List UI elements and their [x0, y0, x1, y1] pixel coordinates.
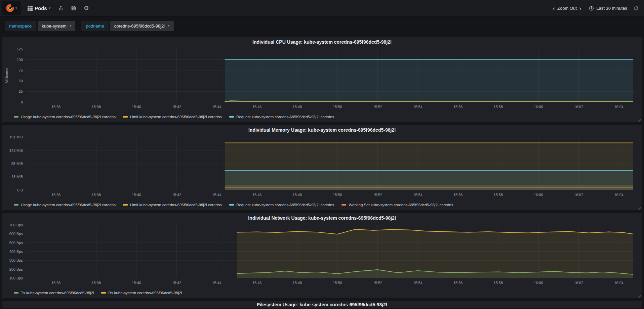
time-range-picker[interactable]: Last 30 minutes [589, 6, 627, 11]
x-tick-label: 15:42 [172, 281, 182, 285]
y-axis-title: Millicores [5, 68, 9, 83]
x-tick-label: 16:02 [574, 105, 583, 109]
legend-label: Limit kube-system coredns-695f96dcd5-98j… [130, 203, 222, 207]
settings-button[interactable]: ⚙ [81, 3, 92, 13]
x-tick-label: 16:04 [614, 105, 623, 109]
y-tick-label: 0 B [17, 188, 23, 192]
network-legend: Tx kube-system coredns-695f96dcd5-98j2lR… [4, 290, 640, 296]
variable-select-podname[interactable]: coredns-695f96dcd5-98j2l ▾ [110, 21, 174, 31]
x-tick-label: 15:44 [212, 105, 222, 109]
series-area [225, 60, 633, 102]
grafana-logo-icon [6, 4, 14, 12]
network-chart[interactable]: 100 Bps200 Bps300 Bps400 Bps500 Bps600 B… [4, 222, 640, 290]
legend-item[interactable]: Working Set kube-system coredns-695f96dc… [341, 203, 453, 207]
x-tick-label: 15:54 [413, 281, 422, 285]
panel-memory-usage: Individual Memory Usage: kube-system cor… [2, 125, 642, 210]
x-tick-label: 15:50 [333, 105, 342, 109]
dashboards-grid-icon [28, 6, 33, 11]
variable-label-podname: podname [81, 21, 108, 31]
panel-title[interactable]: Individual Memory Usage: kube-system cor… [4, 126, 640, 134]
legend-item[interactable]: Usage kube-system coredns-695f96dcd5-98j… [14, 115, 116, 119]
legend-label: Limit kube-system coredns-695f96dcd5-98j… [130, 115, 222, 119]
variable-label-namespace: namespace [5, 21, 36, 31]
panel-cpu-usage: Individual CPU Usage: kube-system coredn… [2, 37, 642, 122]
x-tick-label: 15:54 [413, 105, 422, 109]
x-tick-label: 16:04 [614, 281, 623, 285]
legend-item[interactable]: Rx kube-system coredns-695f96dcd5-98j2l [101, 291, 182, 295]
dashboard-picker[interactable]: Pods ▾ [24, 3, 54, 13]
navbar-left: ▾ Pods ▾ ⚙ [2, 1, 92, 15]
x-tick-label: 15:44 [212, 281, 222, 285]
cpu-chart[interactable]: 025507510012515:3615:3815:4015:4215:4415… [4, 46, 640, 114]
x-tick-label: 15:44 [212, 193, 222, 197]
chevron-right-icon: › [579, 5, 581, 11]
chart-plot[interactable]: 025507510012515:3615:3815:4015:4215:4415… [4, 46, 640, 114]
x-tick-label: 15:48 [293, 105, 302, 109]
x-tick-label: 16:00 [534, 193, 543, 197]
x-tick-label: 15:58 [494, 193, 503, 197]
series-area [237, 229, 633, 278]
y-tick-label: 500 Bps [9, 241, 23, 245]
x-tick-label: 15:40 [132, 193, 141, 197]
legend-label: Tx kube-system coredns-695f96dcd5-98j2l [21, 291, 94, 295]
time-range-label: Last 30 minutes [596, 6, 627, 11]
x-tick-label: 15:58 [494, 105, 503, 109]
time-shift-left-button[interactable]: ‹ [551, 5, 557, 11]
x-tick-label: 15:36 [51, 193, 61, 197]
x-tick-label: 15:40 [132, 105, 141, 109]
panel-title[interactable]: Individual CPU Usage: kube-system coredn… [4, 38, 640, 46]
y-tick-label: 700 Bps [9, 223, 23, 227]
grafana-logo-button[interactable]: ▾ [2, 1, 21, 15]
legend-item[interactable]: Limit kube-system coredns-695f96dcd5-98j… [123, 203, 222, 207]
share-icon [58, 5, 64, 11]
save-dashboard-button[interactable] [68, 3, 79, 13]
x-tick-label: 16:02 [574, 193, 583, 197]
time-shift-right-button[interactable]: › [577, 5, 583, 11]
cpu-legend: Usage kube-system coredns-695f96dcd5-98j… [4, 114, 640, 120]
variable-group-namespace: namespace kube-system ▾ [5, 21, 75, 31]
legend-item[interactable]: Tx kube-system coredns-695f96dcd5-98j2l [14, 291, 94, 295]
x-tick-label: 15:38 [92, 193, 101, 197]
memory-chart[interactable]: 0 B48 MiB95 MiB143 MiB191 MiB15:3615:381… [4, 134, 640, 202]
template-variables-row: namespace kube-system ▾ podname coredns-… [5, 21, 644, 31]
x-tick-label: 15:36 [51, 281, 61, 285]
y-tick-label: 100 Bps [9, 276, 23, 280]
x-tick-label: 16:00 [534, 105, 543, 109]
variable-select-namespace[interactable]: kube-system ▾ [38, 21, 75, 31]
chart-plot[interactable]: 0 B48 MiB95 MiB143 MiB191 MiB15:3615:381… [4, 134, 640, 202]
legend-item[interactable]: Request kube-system coredns-695f96dcd5-9… [229, 203, 334, 207]
panel-title[interactable]: Filesystem Usage: kube-system coredns-69… [4, 302, 640, 307]
legend-item[interactable]: Request kube-system coredns-695f96dcd5-9… [229, 115, 334, 119]
x-tick-label: 15:48 [293, 193, 302, 197]
x-tick-label: 15:56 [453, 281, 463, 285]
legend-item[interactable]: Usage kube-system coredns-695f96dcd5-98j… [14, 203, 116, 207]
legend-swatch [14, 204, 18, 206]
dashboard-title: Pods [35, 5, 47, 11]
x-tick-label: 15:56 [453, 193, 463, 197]
chart-plot[interactable]: 100 Bps200 Bps300 Bps400 Bps500 Bps600 B… [4, 222, 640, 290]
y-tick-label: 50 [19, 79, 23, 83]
panel-title[interactable]: Individual Network Usage: kube-system co… [4, 214, 640, 222]
share-dashboard-button[interactable] [55, 3, 67, 13]
legend-label: Usage kube-system coredns-695f96dcd5-98j… [21, 115, 116, 119]
zoom-out-button[interactable]: Zoom Out [557, 6, 577, 11]
x-tick-label: 15:46 [252, 105, 262, 109]
variable-value-namespace: kube-system [42, 24, 67, 29]
legend-item[interactable]: Limit kube-system coredns-695f96dcd5-98j… [123, 115, 222, 119]
y-tick-label: 0 [21, 100, 23, 104]
y-tick-label: 75 [19, 68, 23, 72]
refresh-button[interactable] [633, 5, 639, 11]
namespace-caret-icon: ▾ [70, 25, 72, 28]
y-tick-label: 48 MiB [11, 175, 23, 179]
x-tick-label: 15:48 [293, 281, 302, 285]
legend-label: Request kube-system coredns-695f96dcd5-9… [236, 203, 334, 207]
x-tick-label: 15:42 [172, 193, 182, 197]
x-tick-label: 16:02 [574, 281, 583, 285]
variable-value-podname: coredns-695f96dcd5-98j2l [114, 24, 165, 29]
x-tick-label: 16:04 [614, 193, 623, 197]
x-tick-label: 15:52 [373, 193, 383, 197]
save-icon [71, 5, 76, 11]
panel-network-usage: Individual Network Usage: kube-system co… [2, 213, 642, 298]
legend-swatch [14, 292, 18, 294]
memory-legend: Usage kube-system coredns-695f96dcd5-98j… [4, 202, 640, 208]
